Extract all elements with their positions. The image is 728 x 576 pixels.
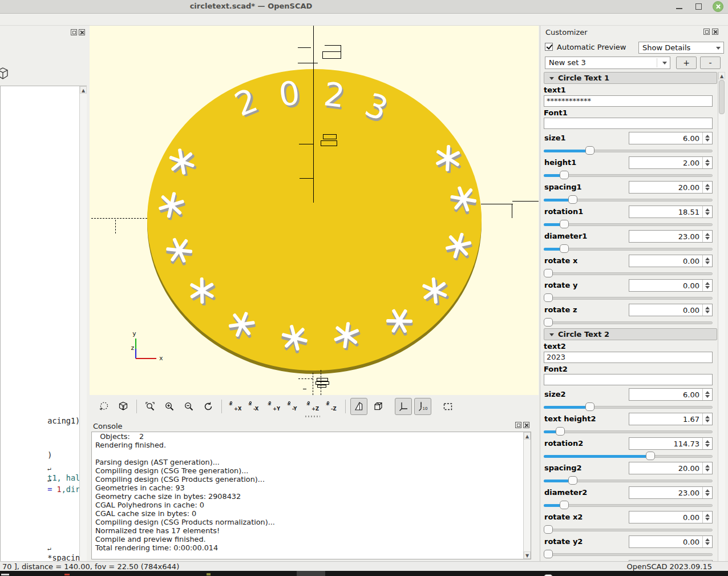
taskbar-icon[interactable] [1,574,9,575]
spin-down-icon[interactable] [705,286,710,289]
spin-up-icon[interactable] [705,257,710,260]
remove-preset-button[interactable]: - [700,57,721,69]
slider-handle[interactable] [560,220,569,228]
view-plus-z-icon[interactable]: *+Z [304,398,321,415]
view-minus-y-icon[interactable]: *-Y [285,398,302,415]
parameter-slider[interactable] [544,293,713,303]
spin-up-icon[interactable] [705,514,710,517]
parameter-spinbox[interactable]: 2.00 [629,156,713,169]
parameter-slider[interactable] [544,244,713,253]
view-plus-x-icon[interactable]: *+X [227,398,244,415]
spinbox-arrows[interactable] [702,511,712,523]
spinbox-arrows[interactable] [702,462,712,474]
slider-handle[interactable] [544,293,553,302]
console-close-icon[interactable] [523,422,529,428]
spinbox-arrows[interactable] [702,413,712,425]
select-rectangle-icon[interactable] [439,398,456,415]
code-editor[interactable]: acing1),270]) ) t1, halign=" ↵ = 1,direc… [0,86,87,576]
parameter-spinbox[interactable]: 23.00 [629,230,713,243]
parameter-spinbox[interactable]: 0.00 [629,279,713,292]
parameter-spinbox[interactable]: 0.00 [629,304,713,316]
spin-up-icon[interactable] [705,489,710,492]
customizer-scrollbar[interactable]: ▲ ▼ [718,72,725,576]
parameter-spinbox[interactable]: 23.00 [629,486,713,499]
spin-up-icon[interactable] [705,538,710,541]
parameter-slider[interactable] [544,427,713,436]
scroll-up-icon[interactable]: ▲ [80,86,87,94]
spin-up-icon[interactable] [705,208,710,211]
customizer-float-icon[interactable] [703,29,710,35]
spin-down-icon[interactable] [705,139,710,142]
show-scale-icon[interactable]: 10 [414,398,431,415]
scroll-down-icon[interactable]: ▼ [524,551,531,559]
spin-down-icon[interactable] [705,237,710,240]
zoom-in-icon[interactable] [161,398,178,415]
console-float-icon[interactable] [515,422,521,428]
preset-dropdown[interactable]: New set 3 [545,57,670,69]
field-input[interactable] [544,374,713,385]
parameter-spinbox[interactable]: 6.00 [629,132,713,144]
editor-close-icon[interactable] [79,29,85,35]
spinbox-arrows[interactable] [702,255,712,267]
parameter-slider[interactable] [544,318,713,327]
spin-down-icon[interactable] [705,444,710,447]
slider-handle[interactable] [560,501,569,509]
spin-down-icon[interactable] [705,212,710,215]
console-scrollbar[interactable]: ▲ ▼ [523,432,531,559]
editor-float-icon[interactable] [71,29,77,35]
scroll-up-icon[interactable]: ▲ [718,72,725,79]
parameter-slider[interactable] [544,146,713,155]
parameter-slider[interactable] [544,501,713,510]
parameter-slider[interactable] [544,269,713,278]
spinbox-arrows[interactable] [702,389,712,400]
spin-down-icon[interactable] [705,542,710,545]
spin-down-icon[interactable] [705,493,710,496]
slider-handle[interactable] [585,402,594,411]
parameter-slider[interactable] [544,525,713,534]
parameter-spinbox[interactable]: 18.51 [629,206,713,218]
slider-handle[interactable] [544,318,553,327]
render-icon[interactable] [115,398,132,415]
spin-down-icon[interactable] [705,163,710,166]
parameter-slider[interactable] [544,452,713,461]
show-details-dropdown[interactable]: Show Details [638,42,724,54]
spinbox-arrows[interactable] [702,157,712,168]
spin-up-icon[interactable] [705,282,710,285]
parameter-spinbox[interactable]: 0.00 [629,511,713,523]
spin-up-icon[interactable] [705,307,710,309]
spin-down-icon[interactable] [705,188,710,191]
spinbox-arrows[interactable] [702,487,712,498]
slider-handle[interactable] [544,269,553,277]
field-input[interactable] [544,118,713,129]
parameter-slider[interactable] [544,195,713,204]
parameter-spinbox[interactable]: 20.00 [629,181,713,194]
desktop-taskbar[interactable] [0,571,728,576]
console-splitter-handle[interactable] [305,416,320,417]
taskbar-icon[interactable] [64,574,70,575]
show-axes-icon[interactable] [395,398,412,415]
preview-icon[interactable] [95,398,112,415]
parameter-slider[interactable] [544,402,713,412]
spinbox-arrows[interactable] [702,536,712,547]
editor-scrollbar[interactable]: ▲ ▼ [79,86,87,576]
slider-handle[interactable] [560,244,569,253]
spinbox-arrows[interactable] [702,206,712,217]
parameter-slider[interactable] [544,550,713,559]
parameter-slider[interactable] [544,476,713,485]
parameter-spinbox[interactable]: 1.67 [629,413,713,425]
spinbox-arrows[interactable] [702,438,712,449]
perspective-icon[interactable] [350,398,367,415]
spinbox-arrows[interactable] [702,304,712,316]
field-input[interactable] [544,352,713,363]
spin-up-icon[interactable] [705,416,710,418]
zoom-all-icon[interactable] [141,398,159,415]
spin-up-icon[interactable] [705,159,710,162]
view-minus-x-icon[interactable]: *-X [246,398,263,415]
spin-down-icon[interactable] [705,420,710,422]
maximize-button[interactable] [695,3,702,10]
slider-handle[interactable] [556,427,565,436]
spinbox-arrows[interactable] [702,182,712,193]
spinbox-arrows[interactable] [702,231,712,242]
customizer-close-icon[interactable] [712,29,718,35]
section-header[interactable]: Circle Text 1 [544,72,717,84]
